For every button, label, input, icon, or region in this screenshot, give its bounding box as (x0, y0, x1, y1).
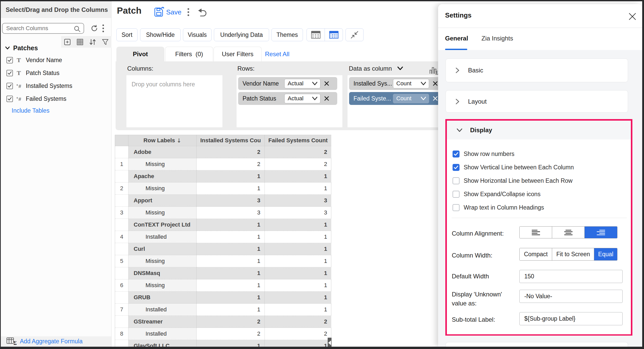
table-row[interactable]: 8 Installed 2 2 (115, 328, 331, 340)
row-field-pill[interactable]: Patch Status Actual (238, 92, 337, 105)
table-row[interactable]: DNSMasq 1 1 (115, 267, 331, 279)
checkbox[interactable] (453, 151, 460, 157)
remove-field-icon[interactable] (320, 81, 333, 86)
table-tree-toggle[interactable]: Patches (4, 43, 38, 53)
sort-button[interactable]: Sort (116, 28, 138, 41)
row-field-pill[interactable]: Vendor Name Actual (238, 77, 337, 90)
close-icon[interactable] (627, 11, 638, 22)
tab-zia-insights[interactable]: Zia Insights (481, 28, 513, 49)
align-center-button[interactable] (552, 227, 584, 238)
table-row[interactable]: 2 Missing 1 1 (115, 182, 331, 195)
field-checkbox[interactable] (6, 96, 13, 102)
width-compact-button[interactable]: Compact (520, 248, 552, 260)
align-left-button[interactable] (520, 227, 552, 238)
field-checkbox[interactable] (6, 70, 13, 76)
table-row[interactable]: 4 Installed 1 1 (115, 231, 331, 243)
data-field-pill[interactable]: Failed Syste... Count (349, 92, 448, 105)
table-row[interactable]: GStreamer 2 2 (115, 316, 331, 328)
display-checkbox-row[interactable]: Wrap text in Column Headings (453, 201, 574, 214)
include-tables-link[interactable]: Include Tables (12, 107, 50, 114)
themes-button[interactable]: Themes (271, 28, 303, 41)
width-fit-button[interactable]: Fit to Screen (552, 248, 594, 260)
default-width-input[interactable] (519, 270, 623, 283)
table-row[interactable]: ConTEXT Project Ltd 1 1 (115, 219, 331, 231)
section-basic[interactable]: Basic (446, 59, 628, 82)
row-labels-header[interactable]: Row Labels ↓ (128, 135, 197, 146)
underlying-data-button[interactable]: Underlying Data (214, 28, 269, 41)
drop-placeholder: Drop your columns here (126, 75, 222, 88)
table-row[interactable]: Apache 1 1 (115, 170, 331, 182)
aggregation-select[interactable]: Actual (284, 94, 320, 103)
field-checkbox[interactable] (6, 83, 13, 89)
sidebar-more-icon[interactable] (100, 23, 106, 34)
checkbox[interactable] (453, 191, 460, 198)
display-checkbox-row[interactable]: Show Horizontal Line between Each Row (453, 174, 574, 187)
add-aggregate-formula-link[interactable]: Σ Add Aggregate Formula (6, 337, 83, 345)
checkbox[interactable] (453, 177, 460, 184)
row-label-cell: Missing (128, 279, 197, 292)
visuals-button[interactable]: Visuals (183, 28, 212, 41)
checkbox-label: Wrap text in Column Headings (464, 204, 544, 211)
data-field-pill[interactable]: Installed Sys... Count (349, 77, 448, 90)
checkbox[interactable] (453, 204, 460, 211)
table-row[interactable]: Curl 1 1 (115, 243, 331, 255)
refresh-icon[interactable] (90, 23, 99, 34)
sort-columns-icon[interactable] (88, 38, 97, 46)
undo-icon[interactable] (197, 7, 208, 17)
field-item[interactable]: T Vendor Name (1, 54, 111, 67)
align-right-button[interactable] (585, 227, 617, 238)
table-row[interactable]: 6 Missing 1 1 (115, 279, 331, 292)
subtotal-input[interactable] (519, 312, 623, 325)
display-checkbox-row[interactable]: Show Vertical Line between Each Column (453, 161, 574, 174)
table-row[interactable]: Apport 3 3 (115, 195, 331, 207)
table-view-button[interactable] (307, 29, 325, 41)
display-checkbox-row[interactable]: Show row numbers (453, 147, 574, 161)
tab-user-filters[interactable]: User Filters (214, 47, 262, 61)
aggregation-select[interactable]: Count (393, 94, 429, 103)
field-item[interactable]: +# Failed Systems (1, 92, 111, 105)
add-column-icon[interactable] (63, 38, 72, 46)
table-row[interactable]: 3 Missing 3 3 (115, 207, 331, 219)
row-label-cell: GlavSoft LLC (128, 340, 197, 347)
table-row[interactable]: GlavSoft LLC 1 1 (115, 340, 331, 347)
table-row[interactable]: GRUB 1 1 (115, 292, 331, 304)
tab-filters[interactable]: Filters (0) (165, 47, 213, 61)
field-item[interactable]: T Patch Status (1, 67, 111, 79)
save-button[interactable]: * Save (154, 7, 181, 17)
report-more-icon[interactable] (185, 7, 191, 17)
search-columns-input[interactable] (2, 23, 84, 34)
field-item[interactable]: +# Installed Systems (1, 79, 111, 92)
table-row[interactable]: 1 Missing 2 2 (115, 158, 331, 170)
table-row[interactable]: Adobe 2 2 (115, 146, 331, 158)
display-section-header[interactable]: Display (447, 121, 631, 139)
pivot-view-button[interactable] (325, 29, 343, 41)
aggregation-select[interactable]: Count (393, 79, 429, 88)
failed-count-header[interactable]: Failed Systems Count (265, 135, 331, 146)
column-width-label: Column Width: (452, 252, 492, 259)
installed-count-cell: 2 (197, 316, 265, 328)
collapse-toolbar-button[interactable] (345, 28, 364, 41)
tab-general[interactable]: General (445, 28, 468, 49)
columns-dropzone[interactable]: Drop your columns here (126, 75, 222, 127)
data-as-column-dropdown[interactable]: Data as column (349, 65, 403, 72)
installed-count-header[interactable]: Installed Systems Cou (197, 135, 265, 146)
table-row[interactable]: 5 Missing 1 1 (115, 255, 331, 267)
field-checkbox[interactable] (6, 57, 13, 63)
table-row[interactable]: 7 Installed 1 1 (115, 304, 331, 316)
aggregation-select[interactable]: Actual (284, 79, 320, 88)
next-section-card[interactable] (446, 342, 628, 347)
installed-count-cell: 1 (197, 267, 265, 279)
display-checkbox-row[interactable]: Show Expand/Collapse icons (453, 187, 574, 201)
show-hide-button[interactable]: Show/Hide (140, 28, 181, 41)
filter-columns-icon[interactable] (101, 38, 110, 46)
display-unknown-input[interactable] (519, 290, 623, 303)
remove-field-icon[interactable] (320, 96, 333, 101)
width-equal-button[interactable]: Equal (594, 248, 617, 260)
checkbox[interactable] (453, 164, 460, 171)
table-scrollbar-handle[interactable] (328, 338, 332, 347)
aggregate-chart-icon[interactable]: Σ (429, 67, 439, 76)
section-layout[interactable]: Layout (446, 90, 628, 113)
tab-pivot[interactable]: Pivot (116, 47, 164, 61)
reset-all-link[interactable]: Reset All (265, 47, 289, 61)
grid-view-icon[interactable] (76, 38, 84, 46)
